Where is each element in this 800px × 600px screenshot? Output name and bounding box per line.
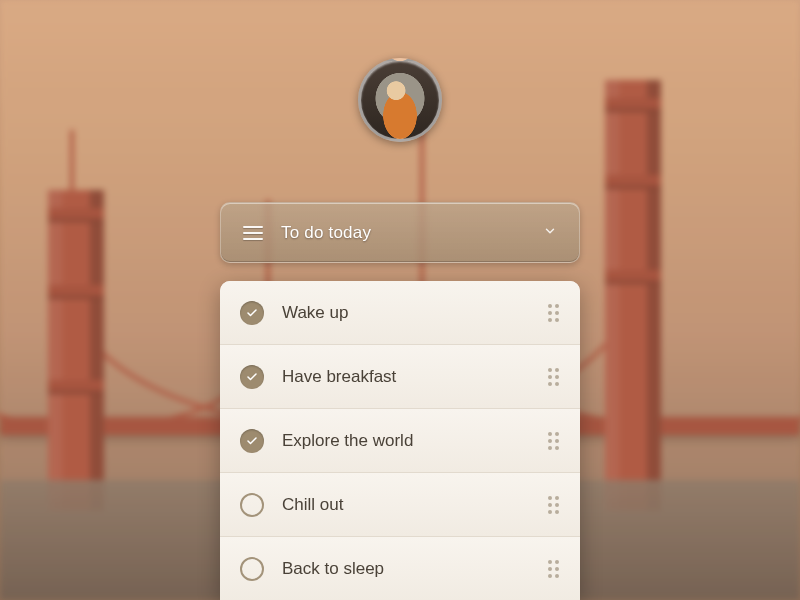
task-checkbox[interactable] [240, 557, 264, 581]
task-checkbox[interactable] [240, 301, 264, 325]
task-label: Wake up [282, 303, 548, 323]
drag-handle-icon[interactable] [548, 432, 560, 450]
task-list: Wake up Have breakfast Explore the world… [220, 281, 580, 600]
task-checkbox[interactable] [240, 365, 264, 389]
task-checkbox[interactable] [240, 429, 264, 453]
task-item[interactable]: Back to sleep [220, 537, 580, 600]
task-label: Have breakfast [282, 367, 548, 387]
menu-icon [243, 226, 263, 240]
drag-handle-icon[interactable] [548, 560, 560, 578]
dropdown-label: To do today [281, 223, 543, 243]
task-label: Back to sleep [282, 559, 548, 579]
list-selector-dropdown[interactable]: To do today [220, 202, 580, 264]
task-label: Chill out [282, 495, 548, 515]
task-item[interactable]: Explore the world [220, 409, 580, 473]
drag-handle-icon[interactable] [548, 496, 560, 514]
drag-handle-icon[interactable] [548, 304, 560, 322]
task-item[interactable]: Chill out [220, 473, 580, 537]
task-item[interactable]: Wake up [220, 281, 580, 345]
task-checkbox[interactable] [240, 493, 264, 517]
task-label: Explore the world [282, 431, 548, 451]
drag-handle-icon[interactable] [548, 368, 560, 386]
avatar[interactable] [358, 58, 442, 142]
chevron-down-icon [543, 224, 557, 242]
task-item[interactable]: Have breakfast [220, 345, 580, 409]
